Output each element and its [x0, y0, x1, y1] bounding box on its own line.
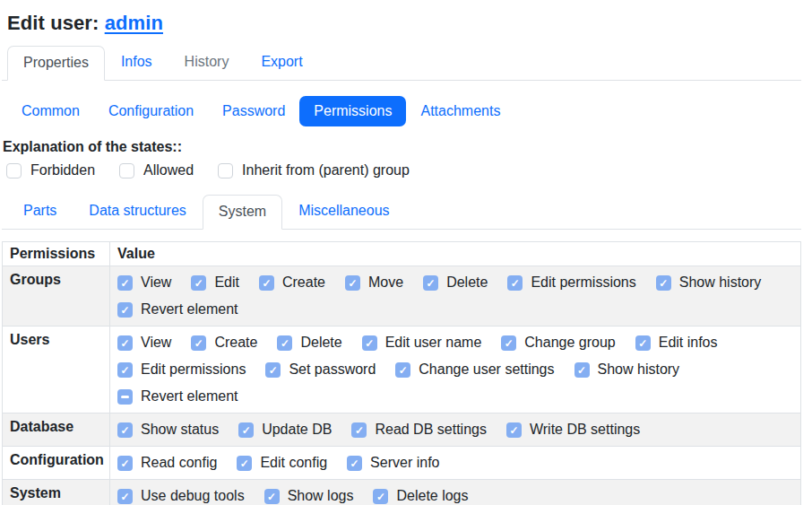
perm-item-configuration-edit-config[interactable]: Edit config	[237, 449, 327, 476]
perm-item-label: Revert element	[141, 301, 238, 318]
perm-item-label: Update DB	[262, 422, 332, 438]
tab-infos[interactable]: Infos	[105, 45, 168, 80]
sub-tabs: CommonConfigurationPasswordPermissionsAt…	[2, 96, 801, 126]
perm-item-database-write-db-settings[interactable]: Write DB settings	[506, 416, 640, 443]
table-row-configuration: ConfigurationRead configEdit configServe…	[3, 447, 801, 480]
checkbox-users-edit-permissions[interactable]	[117, 362, 133, 378]
pill-common[interactable]: Common	[7, 96, 94, 126]
perm-item-database-read-db-settings[interactable]: Read DB settings	[351, 416, 487, 443]
checkbox-users-change-group[interactable]	[501, 335, 516, 351]
checkbox-groups-move[interactable]	[345, 275, 360, 291]
checkbox-groups-edit[interactable]	[191, 275, 206, 291]
perm-item-users-revert-element[interactable]: Revert element	[117, 383, 238, 410]
perm-item-system-delete-logs[interactable]: Delete logs	[373, 483, 468, 505]
tab-data-structures[interactable]: Data structures	[73, 194, 202, 229]
tab-export[interactable]: Export	[245, 45, 318, 80]
perm-item-groups-view[interactable]: View	[117, 269, 171, 296]
checkbox-configuration-read-config[interactable]	[117, 456, 133, 471]
checkbox-users-delete[interactable]	[277, 335, 292, 351]
perm-item-label: Show status	[141, 422, 219, 438]
perm-item-groups-delete[interactable]: Delete	[423, 269, 488, 296]
perm-item-database-update-db[interactable]: Update DB	[238, 416, 332, 443]
checkbox-users-edit-user-name[interactable]	[362, 335, 377, 351]
checkbox-groups-show-history[interactable]	[656, 275, 671, 291]
checkbox-database-write-db-settings[interactable]	[506, 422, 522, 438]
checkbox-system-show-logs[interactable]	[264, 489, 280, 504]
checkbox-groups-revert-element[interactable]	[117, 302, 133, 318]
perm-item-system-show-logs[interactable]: Show logs	[264, 483, 354, 505]
checkbox-groups-edit-permissions[interactable]	[507, 275, 523, 291]
checkbox-groups-delete[interactable]	[423, 275, 438, 291]
legend-item-label: Forbidden	[30, 162, 95, 178]
perm-item-label: Edit permissions	[531, 274, 635, 291]
perm-item-groups-revert-element[interactable]: Revert element	[117, 296, 238, 323]
checkbox-system-use-debug-tools[interactable]	[117, 489, 133, 504]
legend-item-allowed[interactable]: Allowed	[119, 162, 194, 178]
perm-item-label: Create	[282, 274, 325, 291]
perm-item-users-delete[interactable]: Delete	[277, 329, 341, 356]
table-row-database: DatabaseShow statusUpdate DBRead DB sett…	[3, 414, 801, 447]
perm-item-users-set-password[interactable]: Set password	[265, 356, 376, 383]
tab-parts[interactable]: Parts	[7, 194, 73, 229]
perm-item-label: Show history	[679, 274, 762, 291]
perm-item-users-edit-permissions[interactable]: Edit permissions	[117, 356, 246, 383]
checkbox-configuration-server-info[interactable]	[347, 456, 362, 471]
perm-item-label: Server info	[370, 455, 439, 471]
perm-item-label: Show history	[598, 361, 680, 378]
perm-item-label: Revert element	[141, 388, 238, 405]
perm-item-groups-edit[interactable]: Edit	[191, 269, 239, 296]
perm-item-label: Change group	[524, 335, 615, 351]
checkbox-inherit-from-parent-group[interactable]	[218, 163, 233, 178]
tab-history[interactable]: History	[168, 45, 246, 80]
pill-configuration[interactable]: Configuration	[94, 96, 208, 126]
checkbox-allowed[interactable]	[119, 163, 134, 178]
checkbox-users-create[interactable]	[191, 335, 206, 351]
legend-item-label: Inherit from (parent) group	[242, 162, 410, 178]
legend-item-inherit-from-parent-group[interactable]: Inherit from (parent) group	[218, 162, 410, 178]
perm-item-label: Read DB settings	[375, 422, 487, 438]
tab-miscellaneous[interactable]: Miscellaneous	[282, 194, 405, 229]
username-link[interactable]: admin	[105, 12, 163, 34]
perm-item-groups-create[interactable]: Create	[259, 269, 325, 296]
perm-item-label: Write DB settings	[530, 422, 640, 438]
checkbox-users-change-user-settings[interactable]	[395, 362, 410, 378]
perm-item-users-change-group[interactable]: Change group	[501, 329, 615, 356]
checkbox-users-view[interactable]	[117, 335, 133, 351]
perm-item-users-show-history[interactable]: Show history	[574, 356, 680, 383]
perm-item-groups-move[interactable]: Move	[345, 269, 403, 296]
perm-item-database-show-status[interactable]: Show status	[117, 416, 219, 443]
perm-item-users-edit-user-name[interactable]: Edit user name	[362, 329, 482, 356]
checkbox-system-delete-logs[interactable]	[373, 489, 388, 504]
column-header-permissions: Permissions	[3, 242, 110, 266]
checkbox-database-show-status[interactable]	[117, 422, 133, 438]
perm-item-groups-edit-permissions[interactable]: Edit permissions	[507, 269, 635, 296]
legend-item-forbidden[interactable]: Forbidden	[6, 162, 95, 178]
checkbox-users-edit-infos[interactable]	[635, 335, 651, 351]
checkbox-configuration-edit-config[interactable]	[237, 456, 252, 471]
tab-properties[interactable]: Properties	[7, 46, 105, 81]
perm-item-users-change-user-settings[interactable]: Change user settings	[395, 356, 554, 383]
pill-password[interactable]: Password	[208, 96, 299, 126]
perm-item-configuration-read-config[interactable]: Read config	[117, 449, 217, 476]
checkbox-users-set-password[interactable]	[265, 362, 281, 378]
perm-item-groups-show-history[interactable]: Show history	[656, 269, 762, 296]
tab-system[interactable]: System	[203, 195, 282, 230]
pill-attachments[interactable]: Attachments	[406, 96, 514, 126]
states-legend-heading: Explanation of the states::	[3, 139, 801, 155]
checkbox-database-read-db-settings[interactable]	[351, 422, 367, 438]
perm-item-users-view[interactable]: View	[117, 329, 171, 356]
checkbox-forbidden[interactable]	[6, 163, 22, 178]
perm-item-users-create[interactable]: Create	[191, 329, 257, 356]
checkbox-database-update-db[interactable]	[238, 422, 254, 438]
perm-item-label: Edit permissions	[141, 361, 246, 378]
checkbox-users-show-history[interactable]	[574, 362, 590, 378]
perm-item-label: Edit infos	[659, 335, 718, 351]
pill-permissions[interactable]: Permissions	[299, 96, 406, 126]
checkbox-groups-view[interactable]	[117, 275, 133, 291]
checkbox-groups-create[interactable]	[259, 275, 274, 291]
checkbox-users-revert-element[interactable]	[117, 389, 133, 405]
perm-item-system-use-debug-tools[interactable]: Use debug tools	[117, 483, 245, 505]
perm-item-users-edit-infos[interactable]: Edit infos	[635, 329, 718, 356]
perm-item-configuration-server-info[interactable]: Server info	[347, 449, 439, 476]
perm-item-label: View	[141, 335, 171, 351]
